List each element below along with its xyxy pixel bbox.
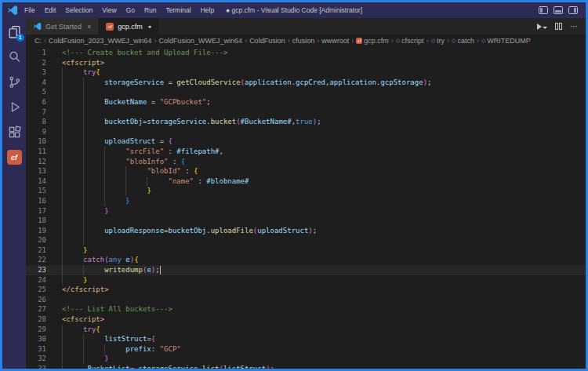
code-line[interactable]: 17 } (26, 206, 586, 216)
code-line[interactable]: 28<cfscript> (26, 315, 586, 325)
line-number: 11 (26, 147, 46, 157)
menu-run[interactable]: Run (140, 2, 162, 18)
code-line[interactable]: 11 "srcFile" : #filepath#, (26, 147, 586, 157)
vscode-window: FileEditSelectionViewGoRunTerminalHelp ●… (0, 0, 588, 371)
breadcrumb-item[interactable]: ColdFusion_2023_WWEJ_win64 (49, 37, 152, 45)
vscode-app-icon (7, 5, 18, 16)
breadcrumb-item[interactable]: C: (34, 37, 42, 45)
breadcrumb-item[interactable]: ◇cfscript (396, 37, 424, 45)
close-tab-icon[interactable]: × (87, 23, 91, 31)
code-line[interactable]: 1<!--- Create bucket and Upload File---> (26, 48, 586, 58)
code-line[interactable]: 16 } (26, 196, 586, 206)
breadcrumb-separator-icon: › (245, 37, 247, 45)
code-line[interactable]: 15 } (26, 186, 586, 196)
modified-dot-icon[interactable]: ● (148, 24, 151, 29)
explorer-icon[interactable]: 1 (7, 24, 22, 39)
code-line[interactable]: 30 listStruct={ (26, 334, 586, 344)
code-line[interactable]: 18 (26, 216, 586, 226)
breadcrumb-item[interactable]: cfusion (292, 37, 315, 45)
menu-go[interactable]: Go (122, 2, 140, 18)
line-number: 14 (26, 176, 46, 187)
code-line[interactable]: 24 } (26, 275, 586, 286)
more-actions-icon[interactable]: ⋯ (570, 23, 578, 31)
code-line[interactable]: 13 "blobId" : { (26, 166, 586, 176)
code-line[interactable]: 19 uploadResponse=bucketObj.uploadFile(u… (26, 226, 586, 236)
vscode-logo-icon (33, 22, 42, 31)
menu-terminal[interactable]: Terminal (162, 2, 196, 18)
breadcrumb-item[interactable]: ◇WRITEDUMP (481, 37, 531, 45)
toggle-secondary-sidebar-icon[interactable] (568, 6, 578, 14)
breadcrumb-item[interactable]: ◇catch (452, 37, 474, 45)
title-bar: FileEditSelectionViewGoRunTerminalHelp ●… (2, 2, 586, 18)
code-line[interactable]: 21 } (26, 246, 586, 256)
breadcrumb-item[interactable]: ColdFusion_WWEJ_win64 (159, 37, 243, 45)
menu-help[interactable]: Help (196, 2, 219, 18)
code-line[interactable]: 6 BucketName = "GCPbucket"; (26, 97, 586, 107)
tab-get-started[interactable]: Get Started × (26, 18, 99, 35)
breadcrumb-separator-icon: › (351, 37, 354, 45)
code-line[interactable]: 12 "blobInfo" : { (26, 157, 586, 167)
code-line[interactable]: 9 (26, 127, 586, 137)
breadcrumb-item[interactable]: wwwroot (321, 37, 349, 45)
breadcrumb-separator-icon: › (391, 37, 394, 45)
breadcrumb-item[interactable]: ColdFusion (249, 37, 285, 45)
search-icon[interactable] (7, 49, 22, 64)
code-line[interactable]: 5 (26, 87, 586, 97)
main-area: 1 (2, 18, 586, 369)
code-line[interactable]: 3 try{ (26, 67, 586, 78)
code-line[interactable]: 27<!--- List All buckets---> (26, 304, 586, 315)
window-title: ● gcp.cfm - Visual Studio Code [Administ… (226, 6, 362, 14)
line-number: 28 (26, 315, 46, 325)
code-line[interactable]: 22 catch(any e){ (26, 255, 586, 265)
code-editor[interactable]: 1<!--- Create bucket and Upload File--->… (26, 46, 586, 369)
menu-edit[interactable]: Edit (40, 2, 61, 18)
tab-bar: Get Started × cf gcp.cfm ● ⋯ (26, 18, 586, 35)
line-number: 8 (26, 117, 46, 127)
cfml-file-icon: cf (106, 23, 114, 31)
line-number: 21 (26, 246, 46, 256)
code-line[interactable]: 33 BucketList= storageService.list(listS… (26, 364, 586, 369)
coldfusion-extension-icon[interactable]: cf (7, 150, 22, 165)
breadcrumb-item[interactable]: ◇try (431, 37, 445, 45)
code-line[interactable]: 14 "name" : #blobname# (26, 176, 586, 187)
symbol-icon: ◇ (431, 38, 435, 44)
code-line[interactable]: 2<cfscript> (26, 58, 586, 68)
line-number: 15 (26, 186, 46, 196)
toggle-sidebar-icon[interactable] (539, 6, 548, 14)
code-line[interactable]: 26 (26, 295, 586, 305)
explorer-badge: 1 (16, 34, 24, 42)
code-line[interactable]: 10 uploadStruct = { (26, 136, 586, 147)
code-line[interactable]: 29 try{ (26, 325, 586, 335)
code-line[interactable]: 4 storageService = getCloudService(appli… (26, 78, 586, 88)
line-number: 7 (26, 107, 46, 118)
code-line[interactable]: 7 (26, 107, 586, 118)
line-number: 2 (26, 58, 46, 68)
split-editor-icon[interactable] (555, 23, 562, 30)
run-and-debug-icon[interactable] (7, 100, 22, 115)
toggle-panel-icon[interactable] (554, 6, 563, 14)
code-line[interactable]: 25</cfscript> (26, 285, 586, 295)
menu-view[interactable]: View (97, 2, 121, 18)
source-control-icon[interactable] (7, 75, 22, 89)
menu-selection[interactable]: Selection (60, 2, 97, 18)
code-line[interactable]: 32 } (26, 354, 586, 364)
line-number: 9 (26, 127, 46, 137)
line-number: 29 (26, 325, 46, 335)
line-number: 30 (26, 334, 46, 344)
run-button[interactable] (537, 24, 547, 30)
code-line[interactable]: 31 prefix: "GCP" (26, 344, 586, 355)
menu-file[interactable]: File (20, 2, 40, 18)
line-number: 22 (26, 255, 46, 265)
line-number: 23 (26, 265, 46, 275)
tab-gcp-cfm[interactable]: cf gcp.cfm ● (99, 18, 159, 35)
code-line[interactable]: 20 (26, 235, 586, 246)
line-number: 16 (26, 196, 46, 206)
menu-bar: FileEditSelectionViewGoRunTerminalHelp (20, 2, 219, 18)
breadcrumb-item[interactable]: cfgcp.cfm (356, 37, 389, 45)
line-number: 32 (26, 354, 46, 364)
coldfusion-logo: cf (7, 150, 22, 165)
code-line[interactable]: 8 bucketObj=storageService.bucket(#Bucke… (26, 117, 586, 127)
extensions-icon[interactable] (7, 125, 22, 140)
code-line[interactable]: 23 writedump(e); (26, 265, 586, 275)
line-number: 25 (26, 285, 46, 295)
